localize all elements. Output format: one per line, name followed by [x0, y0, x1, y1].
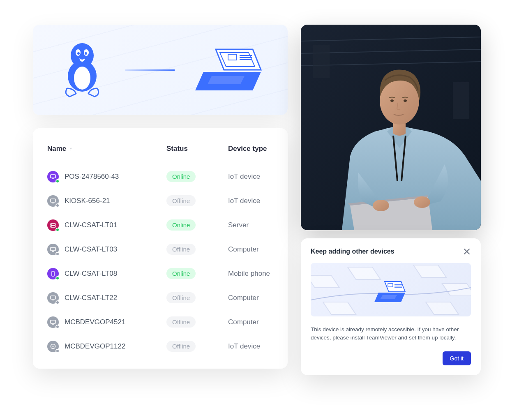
header-type-label: Device type [228, 145, 267, 153]
table-row[interactable]: CLW-CSAT-LT22 Offline Computer [47, 286, 273, 310]
svg-point-6 [74, 67, 90, 90]
status-dot-icon [55, 349, 60, 353]
status-badge: Online [166, 219, 196, 231]
table-header: Name ↑ Status Device type [47, 145, 273, 164]
status-badge: Offline [166, 316, 196, 328]
svg-point-40 [414, 196, 430, 208]
status-badge: Offline [166, 341, 196, 352]
svg-rect-14 [51, 199, 55, 202]
device-name: CLW-CSAT-LT03 [65, 245, 117, 254]
laptop-icon [191, 41, 265, 99]
dialog-illustration [311, 263, 471, 316]
photo-card [301, 25, 481, 230]
device-table: Name ↑ Status Device type POS-2478560-43… [33, 128, 288, 369]
table-row[interactable]: CLW-CSAT-LT03 Offline Computer [47, 237, 273, 261]
device-icon [47, 219, 59, 231]
status-dot-icon [55, 325, 60, 329]
device-icon [47, 171, 59, 182]
column-header-name[interactable]: Name ↑ [47, 145, 166, 153]
svg-point-18 [51, 224, 52, 225]
onboarding-dialog: Keep adding other devices [301, 238, 481, 375]
dialog-title: Keep adding other devices [311, 248, 394, 255]
svg-point-29 [53, 346, 54, 347]
status-badge: Offline [166, 195, 196, 206]
dialog-body: This device is already remotely accessib… [311, 325, 471, 342]
column-header-status[interactable]: Status [166, 145, 228, 153]
status-dot-icon [55, 228, 60, 232]
device-name: KIOSK-656-21 [65, 197, 110, 205]
device-icon [47, 195, 59, 207]
svg-point-23 [53, 275, 53, 275]
device-type: Server [228, 221, 298, 229]
svg-rect-35 [453, 82, 469, 119]
device-type: Computer [228, 318, 298, 326]
device-icon [47, 292, 59, 304]
header-name-label: Name [47, 145, 66, 153]
device-type: IoT device [228, 197, 298, 205]
status-badge: Offline [166, 244, 196, 255]
device-name: CLW-CSAT-LT22 [65, 294, 117, 302]
status-dot-icon [55, 203, 60, 208]
hero-banner [33, 25, 288, 115]
svg-rect-12 [51, 175, 55, 178]
table-row[interactable]: CLW-CSAT-LT08 Online Mobile phone [47, 261, 273, 286]
header-status-label: Status [166, 145, 188, 153]
svg-point-19 [51, 226, 52, 227]
person-photo-illustration [301, 25, 481, 230]
status-dot-icon [55, 300, 60, 305]
device-icon [47, 244, 59, 255]
svg-point-4 [77, 52, 80, 55]
svg-rect-26 [51, 320, 55, 323]
device-name: POS-2478560-43 [65, 173, 119, 181]
device-name: CLW-CSAT-LT08 [65, 270, 117, 278]
status-dot-icon [55, 276, 60, 280]
table-row[interactable]: MCBDEVGOP1122 Offline IoT device [47, 334, 273, 358]
svg-point-5 [85, 52, 87, 55]
device-type: IoT device [228, 342, 298, 351]
device-type: Mobile phone [228, 270, 298, 278]
device-icon [47, 341, 59, 352]
svg-rect-34 [313, 45, 330, 78]
device-name: CLW-CSAT-LT01 [65, 221, 117, 229]
svg-rect-24 [51, 296, 55, 299]
column-header-type[interactable]: Device type [228, 145, 298, 153]
table-row[interactable]: CLW-CSAT-LT01 Online Server [47, 213, 273, 237]
table-row[interactable]: KIOSK-656-21 Offline IoT device [47, 189, 273, 213]
device-icon [47, 316, 59, 328]
status-dot-icon [55, 179, 60, 183]
svg-point-38 [404, 99, 407, 102]
device-type: IoT device [228, 173, 298, 181]
svg-point-39 [373, 200, 389, 211]
connection-line-icon [125, 69, 175, 71]
device-type: Computer [228, 245, 298, 254]
device-name: MCBDEVGOP4521 [65, 318, 125, 326]
svg-rect-20 [51, 247, 55, 251]
status-badge: Online [166, 268, 196, 279]
table-row[interactable]: POS-2478560-43 Online IoT device [47, 164, 273, 189]
table-row[interactable]: MCBDEVGOP4521 Offline Computer [47, 310, 273, 334]
device-name: MCBDEVGOP1122 [65, 342, 125, 351]
device-icon [47, 268, 59, 279]
got-it-button[interactable]: Got it [443, 351, 471, 365]
status-dot-icon [55, 252, 60, 256]
svg-point-37 [390, 99, 394, 102]
status-badge: Offline [166, 292, 196, 303]
status-badge: Online [166, 171, 196, 182]
close-icon[interactable] [463, 247, 471, 256]
sort-ascending-icon: ↑ [69, 145, 72, 152]
device-type: Computer [228, 294, 298, 302]
linux-tux-icon [55, 41, 109, 99]
